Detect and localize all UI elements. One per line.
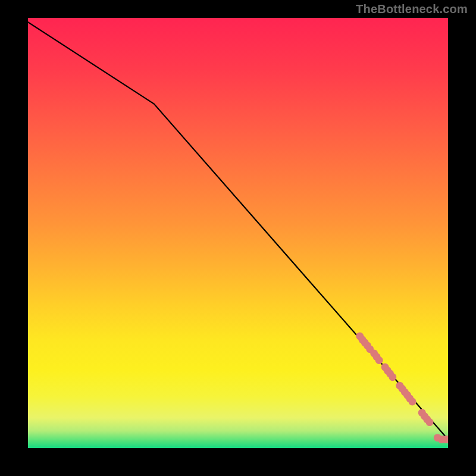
gradient-background bbox=[28, 18, 448, 448]
watermark-label: TheBottleneck.com bbox=[356, 2, 468, 16]
data-dot bbox=[375, 356, 383, 364]
chart-svg bbox=[28, 18, 448, 448]
chart-frame: TheBottleneck.com bbox=[0, 0, 476, 476]
data-dot bbox=[408, 397, 416, 405]
data-dot bbox=[389, 373, 396, 381]
data-dot bbox=[425, 418, 433, 426]
plot-area bbox=[28, 18, 448, 448]
